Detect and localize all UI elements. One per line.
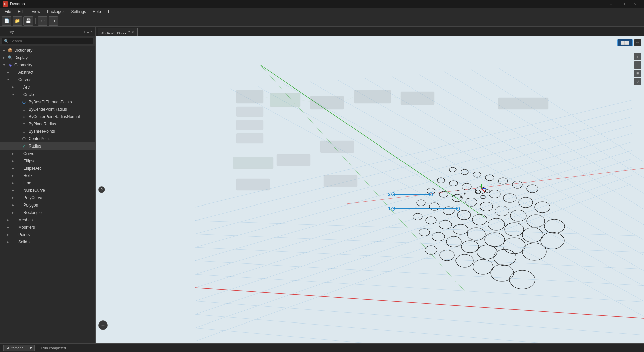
tree-label-polycurve: PolyCurve: [23, 195, 42, 200]
tree-label-curves: Curves: [18, 77, 31, 82]
arrow-icon: ▶: [3, 49, 7, 52]
tree-item-nurbscurve[interactable]: ▶ NurbsCurve: [0, 187, 95, 194]
tree-item-modifiers[interactable]: ▶ Modifiers: [0, 224, 95, 231]
search-input[interactable]: [2, 38, 93, 44]
fit-view-button[interactable]: ⊞: [634, 70, 641, 77]
tree-item-display[interactable]: ▶ 🔍 Display: [0, 54, 95, 61]
tree-item-centerpoint[interactable]: ⊕ CenterPoint: [0, 135, 95, 142]
run-controls: Automatic ▼: [3, 345, 35, 351]
tree-label-bycpr: ByCenterPointRadius: [29, 107, 67, 112]
menu-settings[interactable]: Settings: [68, 9, 89, 15]
tree-item-curve[interactable]: ▶ Curve: [0, 150, 95, 157]
tree-item-curves[interactable]: ▼ Curves: [0, 76, 95, 83]
tree-item-geometry[interactable]: ▼ ◈ Geometry: [0, 61, 95, 69]
nurbs-icon: [16, 188, 22, 193]
tab-label: attractorTest.dyn*: [101, 30, 130, 34]
library-title: Library: [3, 30, 14, 34]
tab-bar: attractorTest.dyn* ×: [96, 27, 644, 36]
app-title: Dynamo: [10, 2, 605, 6]
svg-point-107: [467, 198, 469, 199]
dict-icon: 📦: [7, 48, 13, 53]
tree-item-ellipse[interactable]: ▶ Ellipse: [0, 157, 95, 165]
menu-help[interactable]: Help: [89, 9, 104, 15]
viewport-toolbar: ⬜⬜ ≡≡: [617, 39, 641, 46]
meshes-icon: [11, 217, 17, 223]
tree-item-bybfit[interactable]: ⊙ ByBestFitThroughPoints: [0, 98, 95, 106]
toolbar: 📄 📁 💾 ↩ ↪: [0, 15, 644, 27]
add-node-button[interactable]: +: [98, 320, 108, 330]
svg-point-104: [464, 193, 466, 195]
polygon-icon: [16, 202, 22, 208]
redo-button[interactable]: ↪: [49, 16, 58, 26]
tree-item-bycprn[interactable]: ○ ByCenterPointRadiusNormal: [0, 113, 95, 120]
canvas-area[interactable]: 1 2: [96, 36, 644, 343]
display-icon: 🔍: [7, 55, 13, 60]
line-icon: [16, 180, 22, 186]
minimize-button[interactable]: ─: [605, 0, 617, 8]
titlebar: R Dynamo ─ ❐ ✕: [0, 0, 644, 8]
menu-packages[interactable]: Packages: [44, 9, 68, 15]
tree-item-bypr[interactable]: ○ ByPlaneRadius: [0, 120, 95, 128]
close-button[interactable]: ✕: [629, 0, 641, 8]
rotate-view-button[interactable]: ↺: [634, 78, 641, 85]
arrow-icon: ▶: [7, 233, 11, 236]
new-button[interactable]: 📄: [2, 16, 11, 26]
run-status: Run completed.: [41, 346, 67, 350]
method-icon: ○: [21, 121, 27, 127]
curve-icon: [16, 151, 22, 156]
tree-item-polygon[interactable]: ▶ Polygon: [0, 201, 95, 209]
arrow-icon: ▶: [12, 196, 16, 199]
lib-collapse-btn[interactable]: ×: [91, 30, 93, 34]
menu-view[interactable]: View: [28, 9, 44, 15]
tree-item-polycurve[interactable]: ▶ PolyCurve: [0, 194, 95, 201]
zoom-in-button[interactable]: +: [634, 53, 641, 60]
undo-button[interactable]: ↩: [38, 16, 47, 26]
menu-edit[interactable]: Edit: [14, 9, 28, 15]
arc-icon: [16, 84, 22, 90]
tree-item-helix[interactable]: ▶ Helix: [0, 172, 95, 179]
tree-item-circle[interactable]: ▼ Circle: [0, 91, 95, 98]
open-button[interactable]: 📁: [13, 16, 22, 26]
rect-icon: [16, 210, 22, 215]
sidebar: Library + ≡ × 🔍 ▶ 📦 Dictionary ▶: [0, 27, 96, 343]
arrow-icon: ▶: [7, 71, 11, 74]
svg-point-105: [457, 190, 459, 191]
run-mode-button[interactable]: Automatic: [3, 345, 27, 351]
save-button[interactable]: 💾: [23, 16, 33, 26]
tree-item-meshes[interactable]: ▶ Meshes: [0, 216, 95, 224]
menu-file[interactable]: File: [1, 9, 14, 15]
tree-item-radius[interactable]: ✓ Radius: [0, 142, 95, 150]
arrow-icon: ▶: [12, 152, 16, 155]
tree-item-line[interactable]: ▶ Line: [0, 179, 95, 187]
search-container: 🔍: [0, 36, 95, 46]
tree-item-ellipsearc[interactable]: ▶ EllipseArc: [0, 165, 95, 172]
tree-item-dictionary[interactable]: ▶ 📦 Dictionary: [0, 47, 95, 54]
solids-icon: [11, 239, 17, 245]
lib-add-btn[interactable]: +: [84, 30, 86, 34]
method-icon: ○: [21, 107, 27, 112]
menu-info[interactable]: ℹ: [104, 9, 113, 15]
tab-close-button[interactable]: ×: [132, 30, 134, 34]
tree-item-arc[interactable]: ▶ Arc: [0, 83, 95, 91]
restore-button[interactable]: ❐: [617, 0, 629, 8]
tree-item-bycpr[interactable]: ○ ByCenterPointRadius: [0, 106, 95, 113]
tree-item-points[interactable]: ▶ Points: [0, 231, 95, 238]
tree-item-solids[interactable]: ▶ Solids: [0, 238, 95, 246]
zoom-out-button[interactable]: −: [634, 61, 641, 69]
lib-menu-btn[interactable]: ≡: [87, 30, 89, 34]
tab-attractor[interactable]: attractorTest.dyn* ×: [98, 28, 138, 36]
tree-label-bycprn: ByCenterPointRadiusNormal: [29, 114, 80, 119]
help-button[interactable]: ?: [98, 186, 105, 193]
circle-icon: [16, 92, 22, 97]
tree-item-bytp[interactable]: ○ ByThreePoints: [0, 128, 95, 135]
tree-item-rectangle[interactable]: ▶ Rectangle: [0, 209, 95, 216]
tree-label-radius: Radius: [29, 144, 41, 149]
view2d-button[interactable]: ≡≡: [634, 39, 641, 46]
tree-label-circle: Circle: [23, 92, 34, 97]
window-controls: ─ ❐ ✕: [605, 0, 641, 8]
tree-label-centerpoint: CenterPoint: [29, 136, 50, 141]
abstract-icon: [11, 70, 17, 75]
tree-item-abstract[interactable]: ▶ Abstract: [0, 69, 95, 76]
run-mode-dropdown[interactable]: ▼: [27, 345, 35, 351]
view3d-button[interactable]: ⬜⬜: [617, 39, 633, 46]
